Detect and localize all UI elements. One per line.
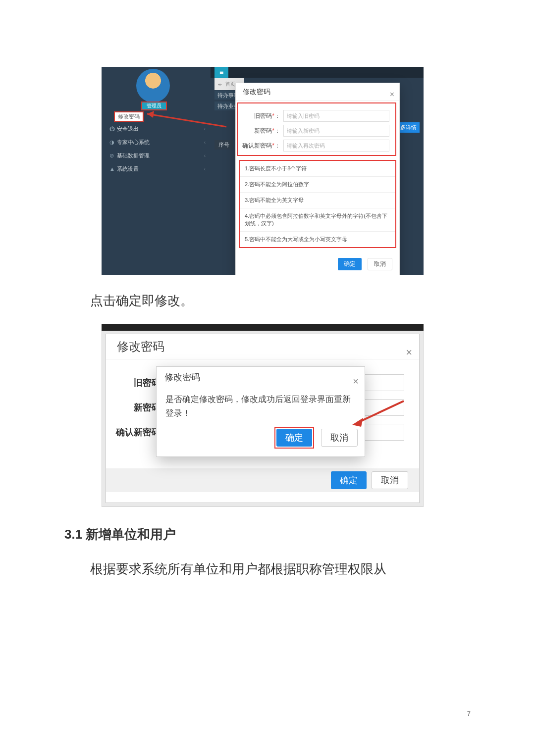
section-heading: 3.1 新增单位和用户 (64, 526, 461, 543)
ok-button[interactable]: 确定 (331, 471, 367, 489)
app-topbar (102, 324, 424, 331)
confirm-dialog-title-text: 修改密码 (164, 372, 200, 382)
change-password-dialog: 修改密码 × 旧密码*： 请输入旧密码 新密码*： 请输入新密码 确认新密码*：… (235, 83, 400, 275)
old-password-label: 旧密码 (106, 377, 160, 389)
old-password-input[interactable]: 请输入旧密码 (283, 110, 389, 122)
confirm-password-label: 确认新密码 (106, 426, 160, 438)
body-paragraph: 根据要求系统所有单位和用户都根据职称管理权限从 (64, 557, 461, 581)
confirm-dialog-footer: 确定 取消 (157, 424, 365, 456)
chevron-left-icon: ‹ (204, 136, 206, 149)
cancel-button[interactable]: 取消 (372, 471, 408, 489)
ok-button[interactable]: 确定 (338, 258, 362, 270)
close-icon[interactable]: × (353, 371, 359, 392)
body-paragraph: 点击确定即修改。 (64, 289, 461, 313)
sidebar-item-base-data[interactable]: ⊘ 基础数据管理 ‹ (102, 149, 211, 162)
confirm-password-label: 确认新密码*： (238, 142, 283, 150)
new-password-input[interactable]: 请输入新密码 (283, 125, 389, 137)
dialog-title: 修改密码 × (236, 83, 399, 101)
form-row-new-password: 新密码*： 请输入新密码 (238, 123, 395, 138)
password-rule: 3.密码不能全为英文字母 (240, 192, 395, 208)
close-icon[interactable]: × (390, 86, 394, 103)
dialog-footer: 确定 取消 (106, 468, 419, 492)
page-content: ≡ ↞ 首页 管理员 修改密码 ⏻ 安全退出 ‹ ◑ 专家中心系统 ‹ ⊘ (64, 67, 461, 593)
breadcrumb-home[interactable]: 首页 (225, 81, 235, 88)
new-password-label: 新密码 (106, 402, 160, 413)
sidebar-item-label: 安全退出 (117, 126, 139, 132)
password-form: 旧密码*： 请输入旧密码 新密码*： 请输入新密码 确认新密码*： 请输入再次密… (237, 102, 396, 156)
ok-button[interactable]: 确定 (276, 429, 312, 447)
dialog-title: 修改密码 × (106, 334, 419, 359)
confirm-dialog-title: 修改密码 × (157, 367, 365, 388)
confirm-dialog: 修改密码 × 是否确定修改密码，修改成功后返回登录界面重新登录！ 确定 取消 (156, 366, 365, 456)
sidebar-item-label: 基础数据管理 (117, 152, 150, 158)
password-rules: 1.密码长度不小于8个字符 2.密码不能全为阿拉伯数字 3.密码不能全为英文字母… (239, 160, 396, 248)
chevron-left-icon: ‹ (204, 122, 206, 136)
form-row-confirm-password: 确认新密码*： 请输入再次密码 (238, 138, 395, 153)
chevron-left-icon: ‹ (204, 162, 206, 176)
form-row-old-password: 旧密码*： 请输入旧密码 (238, 108, 395, 123)
sidebar-item-safe-exit[interactable]: ⏻ 安全退出 ‹ (102, 122, 211, 136)
password-rule: 5.密码中不能全为大写或全为小写英文字母 (240, 231, 395, 247)
user-icon: ▲ (109, 162, 115, 176)
document-page: ≡ ↞ 首页 管理员 修改密码 ⏻ 安全退出 ‹ ◑ 专家中心系统 ‹ ⊘ (0, 0, 535, 756)
svg-marker-1 (147, 111, 154, 118)
globe-icon: ◑ (109, 136, 115, 149)
user-role-badge: 管理员 (141, 101, 167, 110)
dialog-title-text: 修改密码 (117, 340, 164, 353)
confirm-password-input[interactable]: 请输入再次密码 (283, 140, 389, 151)
hamburger-icon[interactable]: ≡ (214, 67, 228, 78)
sidebar-item-label: 系统设置 (117, 166, 139, 172)
change-password-link[interactable]: 修改密码 (114, 111, 144, 122)
dialog-title-text: 修改密码 (243, 88, 270, 96)
app-topbar (211, 67, 424, 78)
screenshot-confirm-dialog: 修改密码 × 旧密码 新密码 确认新密码 确定 取消 (102, 324, 424, 507)
screenshot-change-password: ≡ ↞ 首页 管理员 修改密码 ⏻ 安全退出 ‹ ◑ 专家中心系统 ‹ ⊘ (102, 67, 424, 275)
password-rule: 2.密码不能全为阿拉伯数字 (240, 176, 395, 192)
sidebar-item-sys-settings[interactable]: ▲ 系统设置 ‹ (102, 162, 211, 176)
sidebar-item-expert-center[interactable]: ◑ 专家中心系统 ‹ (102, 136, 211, 149)
table-header-index: 序号 (214, 140, 233, 150)
sidebar-menu: ⏻ 安全退出 ‹ ◑ 专家中心系统 ‹ ⊘ 基础数据管理 ‹ ▲ 系统设置 ‹ (102, 122, 211, 176)
chevron-left-icon: ‹ (204, 149, 206, 162)
cancel-button[interactable]: 取消 (368, 258, 392, 270)
old-password-label: 旧密码*： (238, 112, 283, 120)
breadcrumb-back-icon[interactable]: ↞ (214, 82, 225, 87)
cancel-button[interactable]: 取消 (321, 429, 358, 447)
confirm-dialog-message: 是否确定修改密码，修改成功后返回登录界面重新登录！ (157, 388, 365, 423)
sidebar-item-label: 专家中心系统 (117, 139, 150, 145)
page-number: 7 (467, 710, 471, 717)
dialog-footer: 确定 取消 (236, 251, 399, 275)
ok-button-highlight: 确定 (274, 427, 314, 449)
password-rule: 4.密码中必须包含阿拉伯数字和英文字母外的字符(不包含下划线，汉字) (240, 208, 395, 231)
power-icon: ⏻ (109, 122, 115, 136)
new-password-label: 新密码*： (238, 127, 283, 135)
avatar (136, 69, 170, 102)
password-rule: 1.密码长度不小于8个字符 (240, 161, 395, 176)
check-icon: ⊘ (109, 149, 115, 162)
